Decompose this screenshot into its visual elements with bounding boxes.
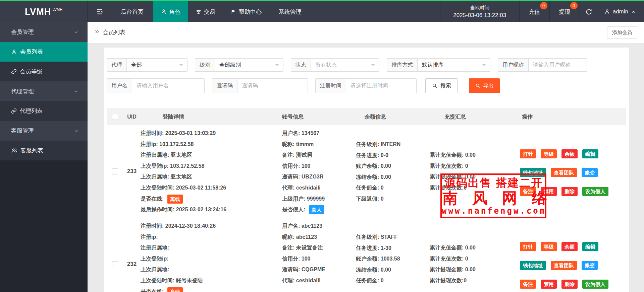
account-info-line: 代理: ceshidaili [282, 275, 356, 286]
invite-code-input[interactable] [237, 83, 308, 89]
online-label: 是否在线: [141, 196, 164, 202]
account-info-line: 邀请码: UBZG3R [282, 171, 356, 182]
nav-item-help-center[interactable]: 帮助中心 [223, 1, 269, 22]
username-field[interactable]: 用户名 [107, 78, 205, 93]
agent-select[interactable]: 代理 全部 [107, 58, 187, 72]
login-detail-line: 上次归属地: 亚太地区 [141, 171, 282, 182]
filter-row-2: 用户名 邀请码 注册时间 搜索 [107, 78, 626, 93]
sidebar-item-label: 客服管理 [11, 127, 34, 135]
search-button[interactable]: 搜索 [425, 78, 458, 93]
refresh-button[interactable] [580, 1, 598, 22]
register-time-input[interactable] [346, 83, 416, 89]
search-button-label: 搜索 [440, 82, 451, 89]
username-field-label: 用户名 [107, 79, 132, 93]
add-member-button[interactable]: 添加会员 [607, 26, 637, 39]
caret-down-icon [179, 64, 183, 68]
user-icon [604, 9, 610, 15]
caret-down-icon [371, 64, 375, 68]
sidebar-item-label: 会员管理 [11, 28, 34, 36]
sidebar: 会员管理 会员列表 会员等级 代理管理 [0, 22, 88, 292]
nav-item-dashboard[interactable]: 后台首页 [111, 1, 153, 22]
sidebar-item-service-management[interactable]: 客服管理 [0, 121, 88, 141]
user-menu[interactable]: admin [598, 1, 644, 22]
balance-button[interactable]: 余额 [561, 242, 578, 251]
level-button[interactable]: 等级 [541, 242, 557, 251]
nav-item-trade[interactable]: 交易 [188, 1, 223, 22]
export-button-label: 导出 [483, 82, 494, 89]
sidebar-item-member-management[interactable]: 会员管理 [0, 22, 88, 42]
sidebar-item-label: 会员等级 [20, 68, 43, 75]
export-button[interactable]: 导出 [469, 78, 500, 93]
header-balance-info: 余额信息 [356, 109, 430, 125]
view-team-button[interactable]: 查看团队 [551, 261, 577, 270]
fake-status-line: 是否假人: 真人 [282, 204, 356, 215]
refresh-icon [585, 8, 592, 15]
account-info-line: 上级用户: 999999 [282, 194, 356, 205]
nav-item-system[interactable]: 系统管理 [269, 1, 311, 22]
caret-down-icon [275, 64, 279, 68]
wallet-address-button[interactable]: 钱包地址 [520, 168, 546, 177]
caret-down-icon [482, 64, 486, 68]
remark-button[interactable]: 备注 [520, 280, 536, 289]
login-detail-line: 上次登陆时间: 账号未登陆 [141, 275, 282, 286]
remark-button[interactable]: 备注 [520, 187, 536, 196]
recharge-button[interactable]: 充值 0 [519, 1, 549, 22]
inject-button[interactable]: 打针 [520, 149, 536, 158]
last-operation-line: 最后操作时间: 2025-03-02 13:24:16 [141, 204, 282, 215]
login-detail-line: 注册ip: 103.172.52.58 [141, 139, 282, 150]
offline-badge: 离线 [167, 287, 183, 292]
select-all-checkbox[interactable] [112, 114, 118, 120]
nickname-input[interactable] [529, 62, 587, 68]
account-info-line: 代理: ceshidaili [282, 182, 356, 194]
delete-button[interactable]: 删除 [561, 187, 578, 196]
agent-select-value: 全部 [127, 62, 179, 69]
delete-button[interactable]: 删除 [561, 280, 578, 289]
sidebar-collapse-button[interactable] [88, 1, 111, 22]
nickname-field[interactable]: 用户昵称 [498, 58, 587, 72]
register-time-field[interactable]: 注册时间 [315, 78, 417, 93]
account-change-button[interactable]: 账变 [582, 261, 598, 270]
wallet-address-button[interactable]: 钱包地址 [520, 261, 546, 270]
inject-button[interactable]: 打针 [520, 242, 536, 251]
sidebar-item-agent-list[interactable]: 代理列表 [0, 101, 88, 121]
edit-button[interactable]: 编辑 [582, 242, 598, 251]
link-icon [11, 108, 17, 114]
invite-code-field[interactable]: 邀请码 [212, 78, 308, 93]
status-select[interactable]: 状态 所有状态 [291, 58, 379, 72]
account-change-button[interactable]: 账变 [582, 168, 598, 177]
table-row: 233 注册时间: 2025-03-01 13:03:29 注册ip: 103.… [107, 125, 626, 218]
sidebar-item-service-list[interactable]: 客服列表 [0, 141, 88, 160]
view-team-button[interactable]: 查看团队 [551, 168, 577, 177]
nickname-field-label: 用户昵称 [498, 59, 529, 71]
sidebar-item-member-list[interactable]: 会员列表 [0, 42, 88, 62]
set-fake-button[interactable]: 设为假人 [582, 280, 608, 289]
login-detail-line: 注册归属地: [141, 242, 282, 253]
nav-label: 帮助中心 [239, 8, 262, 16]
disable-button[interactable]: 禁用 [541, 280, 557, 289]
level-select[interactable]: 级别 全部级别 [195, 58, 283, 72]
row-checkbox[interactable] [112, 261, 118, 267]
level-select-value: 全部级别 [215, 62, 275, 69]
disable-button[interactable]: 禁用 [541, 187, 557, 196]
sidebar-item-member-level[interactable]: 会员等级 [0, 62, 88, 81]
row-checkbox[interactable] [112, 168, 118, 174]
edit-button[interactable]: 编辑 [582, 149, 598, 158]
balance-info-line: 任务级别: INTERN [356, 139, 430, 150]
sidebar-item-label: 客服列表 [20, 147, 43, 154]
username-input[interactable] [132, 83, 204, 89]
sort-select[interactable]: 排序方式 默认排序 [387, 58, 490, 72]
uid-value: 232 [123, 218, 141, 292]
level-button[interactable]: 等级 [541, 149, 557, 158]
header-login-details: 登陆详情 [141, 109, 282, 125]
main-content: 代理 全部 级别 全部级别 状态 所有状态 排序方式 默认排序 用户昵称 [88, 43, 644, 292]
status-select-label: 状态 [291, 59, 311, 71]
header-actions: 操作 [518, 109, 626, 125]
set-fake-button[interactable]: 设为假人 [582, 187, 608, 196]
sidebar-item-agent-management[interactable]: 代理管理 [0, 81, 88, 101]
header-account-info: 账号信息 [282, 109, 356, 125]
username-text: admin [613, 8, 628, 15]
balance-button[interactable]: 余额 [561, 149, 578, 158]
table-header: UID 登陆详情 账号信息 余额信息 充提汇总 操作 [107, 109, 626, 125]
nav-item-roles[interactable]: 角色 [153, 1, 188, 22]
withdraw-button[interactable]: 提现 0 [549, 1, 580, 22]
